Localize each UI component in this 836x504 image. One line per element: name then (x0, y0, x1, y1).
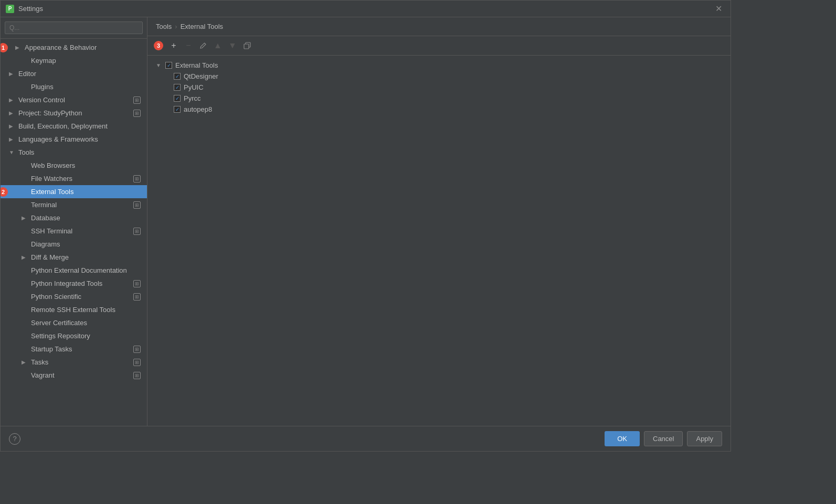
arrow-icon: ▶ (22, 215, 28, 221)
sidebar-label: Editor (18, 70, 36, 78)
sidebar-item-build[interactable]: ▶ Build, Execution, Deployment (1, 120, 147, 133)
sidebar-label: Languages & Frameworks (18, 135, 98, 143)
settings-badge: ⊞ (133, 359, 141, 366)
sidebar-label: Remote SSH External Tools (31, 306, 115, 314)
sidebar-item-python-ext-doc[interactable]: Python External Documentation (1, 264, 147, 277)
sidebar-label: File Watchers (31, 175, 72, 183)
help-button[interactable]: ? (9, 433, 20, 445)
tree-item-qtdesigner[interactable]: ✓ QtDesigner (154, 71, 724, 82)
sidebar-item-database[interactable]: ▶ Database (1, 211, 147, 224)
sidebar-item-settings-repo[interactable]: Settings Repository (1, 329, 147, 342)
sidebar-item-file-watchers[interactable]: File Watchers ⊞ (1, 172, 147, 185)
sidebar-label: Diff & Merge (31, 253, 69, 261)
tree-area: ▼ ✓ External Tools ✓ QtDesigner ✓ PyUIC (147, 56, 731, 426)
sidebar-item-web-browsers[interactable]: Web Browsers (1, 159, 147, 172)
sidebar-item-remote-ssh[interactable]: Remote SSH External Tools (1, 303, 147, 316)
sidebar-label: Terminal (31, 201, 57, 209)
sidebar-label: Tasks (31, 358, 48, 366)
sidebar-label: Python External Documentation (31, 266, 127, 274)
search-input[interactable] (5, 22, 143, 34)
arrow-icon: ▶ (9, 71, 15, 77)
sidebar-item-server-certs[interactable]: Server Certificates (1, 316, 147, 329)
add-button[interactable]: + (167, 39, 180, 52)
footer-right: OK Cancel Apply (605, 431, 722, 446)
sidebar-item-diagrams[interactable]: Diagrams (1, 238, 147, 251)
tree-checkbox[interactable]: ✓ (174, 106, 181, 113)
sidebar-item-tools[interactable]: ▼ Tools (1, 146, 147, 159)
search-box (1, 17, 147, 39)
sidebar-label: SSH Terminal (31, 227, 72, 235)
sidebar-item-tasks[interactable]: ▶ Tasks ⊞ (1, 356, 147, 369)
tree-item-pyrcc[interactable]: ✓ Pyrcc (154, 93, 724, 104)
breadcrumb-current: External Tools (181, 23, 223, 30)
settings-badge: ⊞ (133, 228, 141, 235)
sidebar-label: External Tools (31, 188, 73, 196)
edit-button[interactable] (197, 39, 209, 52)
footer: ? OK Cancel Apply (1, 426, 731, 451)
arrow-icon: ▶ (22, 254, 28, 260)
arrow-icon: ▶ (15, 45, 22, 50)
sidebar-item-project[interactable]: ▶ Project: StudyPython ⊞ (1, 106, 147, 120)
cancel-button[interactable]: Cancel (644, 431, 683, 446)
sidebar-item-external-tools[interactable]: 2 External Tools (1, 185, 147, 198)
sidebar-label: Diagrams (31, 240, 60, 248)
move-up-button[interactable]: ▲ (211, 39, 224, 52)
settings-badge: ⊞ (133, 293, 141, 301)
badge-1: 1 (1, 43, 8, 52)
sidebar-item-terminal[interactable]: Terminal ⊞ (1, 198, 147, 211)
sidebar: 1 ▶ Appearance & Behavior Keymap ▶ Edito… (1, 17, 147, 426)
tree-item-autopep8[interactable]: ✓ autopep8 (154, 104, 724, 115)
tree-checkbox[interactable]: ✓ (165, 62, 172, 69)
sidebar-label: Web Browsers (31, 162, 75, 169)
sidebar-label: Server Certificates (31, 319, 87, 327)
remove-button[interactable]: − (182, 39, 195, 52)
arrow-icon: ▶ (9, 97, 15, 103)
breadcrumb: Tools › External Tools (147, 17, 731, 36)
tree-checkbox[interactable]: ✓ (174, 84, 181, 91)
arrow-icon: ▶ (9, 136, 15, 142)
sidebar-label: Startup Tasks (31, 345, 72, 353)
arrow-icon: ▶ (22, 359, 28, 365)
sidebar-item-startup-tasks[interactable]: Startup Tasks ⊞ (1, 342, 147, 356)
title-bar-text: Settings (18, 5, 712, 13)
sidebar-item-languages[interactable]: ▶ Languages & Frameworks (1, 133, 147, 146)
sidebar-label: Project: StudyPython (18, 109, 82, 117)
copy-button[interactable] (241, 39, 253, 52)
tree-label: External Tools (175, 61, 218, 69)
tree-item-external-tools-group[interactable]: ▼ ✓ External Tools (154, 60, 724, 71)
sidebar-item-version-control[interactable]: ▶ Version Control ⊞ (1, 93, 147, 106)
sidebar-item-plugins[interactable]: Plugins (1, 80, 147, 93)
close-button[interactable]: ✕ (712, 3, 725, 15)
tree-item-pyuic[interactable]: ✓ PyUIC (154, 82, 724, 93)
sidebar-item-keymap[interactable]: Keymap (1, 54, 147, 67)
move-down-button[interactable]: ▼ (226, 39, 239, 52)
settings-badge: ⊞ (133, 346, 141, 353)
svg-rect-1 (244, 44, 249, 49)
sidebar-item-appearance[interactable]: 1 ▶ Appearance & Behavior (1, 41, 147, 54)
sidebar-item-ssh-terminal[interactable]: SSH Terminal ⊞ (1, 224, 147, 238)
sidebar-label: Appearance & Behavior (25, 44, 97, 51)
apply-button[interactable]: Apply (687, 431, 722, 446)
tree-label: QtDesigner (184, 72, 218, 80)
sidebar-item-editor[interactable]: ▶ Editor (1, 67, 147, 80)
sidebar-nav: 1 ▶ Appearance & Behavior Keymap ▶ Edito… (1, 39, 147, 426)
badge-3: 3 (154, 41, 163, 50)
sidebar-item-diff-merge[interactable]: ▶ Diff & Merge (1, 251, 147, 264)
sidebar-label: Tools (18, 148, 34, 156)
settings-badge: ⊞ (133, 201, 141, 209)
badge-2: 2 (1, 187, 8, 197)
sidebar-label: Vagrant (31, 371, 55, 379)
arrow-icon: ▶ (9, 110, 15, 116)
footer-left: ? (9, 433, 20, 445)
tree-checkbox[interactable]: ✓ (174, 73, 181, 80)
sidebar-item-python-integrated[interactable]: Python Integrated Tools ⊞ (1, 277, 147, 290)
settings-badge: ⊞ (133, 96, 141, 104)
sidebar-label: Keymap (31, 57, 56, 65)
right-panel: Tools › External Tools 3 + − ▲ ▼ (147, 17, 731, 426)
sidebar-label: Python Integrated Tools (31, 280, 102, 287)
app-icon: P (6, 5, 14, 13)
ok-button[interactable]: OK (605, 431, 640, 446)
sidebar-item-vagrant[interactable]: Vagrant ⊞ (1, 369, 147, 382)
tree-checkbox[interactable]: ✓ (174, 95, 181, 102)
sidebar-item-python-scientific[interactable]: Python Scientific ⊞ (1, 290, 147, 303)
